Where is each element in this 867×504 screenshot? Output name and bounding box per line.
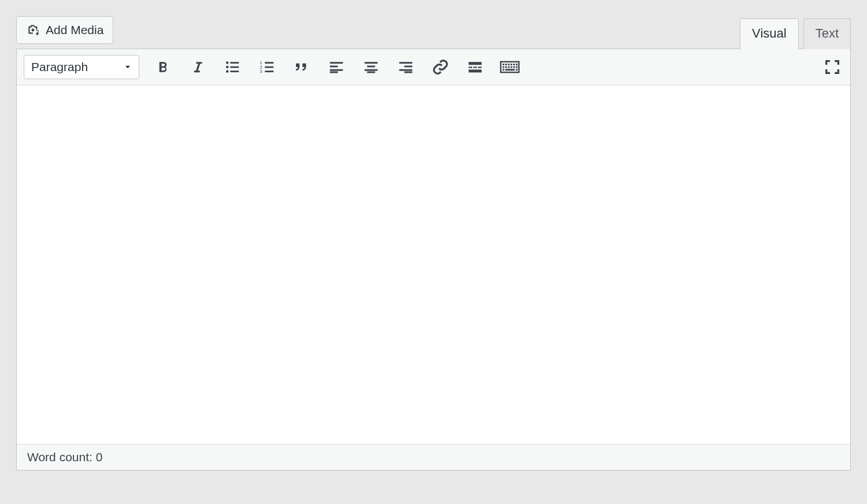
list-ul-icon: [224, 58, 241, 76]
editor-toolbar: Paragraph: [17, 49, 850, 86]
svg-rect-4: [230, 62, 239, 64]
bold-icon: [154, 58, 172, 76]
align-right-icon: [397, 58, 414, 76]
editor-tabs: Visual Text: [740, 18, 851, 49]
svg-rect-45: [516, 69, 517, 71]
editor-container: Add Media Visual Text Paragraph: [16, 16, 851, 470]
add-media-label: Add Media: [46, 23, 103, 37]
svg-text:3: 3: [260, 69, 262, 74]
svg-rect-11: [265, 66, 273, 68]
editor-topbar: Add Media Visual Text: [16, 16, 851, 49]
svg-rect-17: [365, 62, 378, 64]
number-list-button[interactable]: 1 2 3: [256, 56, 278, 78]
editor-content-area[interactable]: [17, 86, 850, 444]
svg-rect-16: [330, 72, 338, 73]
svg-rect-14: [330, 66, 338, 68]
keyboard-icon: [500, 58, 520, 76]
camera-music-icon: [26, 23, 41, 38]
svg-rect-41: [513, 66, 515, 68]
svg-rect-31: [503, 64, 505, 65]
insert-more-button[interactable]: [464, 56, 486, 78]
align-right-button[interactable]: [395, 56, 417, 78]
svg-rect-6: [230, 71, 239, 72]
word-count-label: Word count:: [27, 450, 96, 464]
svg-rect-18: [367, 66, 375, 68]
svg-rect-32: [505, 64, 507, 65]
tab-text[interactable]: Text: [803, 18, 851, 49]
svg-rect-42: [516, 66, 517, 68]
svg-rect-21: [399, 62, 413, 64]
svg-rect-36: [516, 64, 517, 65]
svg-rect-43: [503, 69, 505, 71]
svg-rect-39: [508, 66, 510, 68]
svg-rect-19: [365, 69, 378, 71]
svg-point-0: [32, 29, 35, 32]
svg-rect-12: [265, 71, 273, 72]
svg-point-1: [226, 61, 229, 64]
svg-rect-25: [469, 62, 482, 65]
bold-button[interactable]: [152, 56, 174, 78]
read-more-icon: [466, 58, 484, 76]
svg-rect-13: [330, 62, 343, 64]
svg-rect-29: [469, 69, 482, 72]
add-media-button[interactable]: Add Media: [16, 16, 113, 44]
toolbar-toggle-button[interactable]: [499, 56, 521, 78]
svg-rect-38: [505, 66, 507, 68]
svg-point-2: [226, 66, 229, 69]
svg-rect-34: [510, 64, 512, 65]
italic-button[interactable]: [187, 56, 209, 78]
list-ol-icon: 1 2 3: [258, 58, 276, 76]
svg-rect-5: [230, 66, 239, 68]
editor-box: Paragraph: [16, 49, 851, 470]
fullscreen-button[interactable]: [821, 56, 843, 78]
link-icon: [432, 58, 449, 76]
align-left-icon: [328, 58, 345, 76]
fullscreen-icon: [823, 58, 842, 76]
tab-visual-label: Visual: [752, 26, 787, 40]
align-center-icon: [362, 58, 380, 76]
quote-icon: [293, 58, 310, 76]
format-select-value: Paragraph: [31, 60, 88, 74]
svg-rect-24: [405, 72, 413, 73]
insert-link-button[interactable]: [429, 56, 451, 78]
tab-visual[interactable]: Visual: [740, 18, 799, 49]
svg-point-3: [226, 70, 229, 73]
bullet-list-button[interactable]: [221, 56, 243, 78]
svg-rect-26: [469, 66, 472, 68]
align-center-button[interactable]: [360, 56, 382, 78]
word-count-value: 0: [96, 450, 103, 464]
svg-rect-27: [473, 66, 477, 68]
italic-icon: [189, 58, 206, 76]
svg-rect-37: [503, 66, 505, 68]
svg-rect-35: [513, 64, 515, 65]
format-select[interactable]: Paragraph: [24, 55, 139, 79]
align-left-button[interactable]: [325, 56, 347, 78]
editor-statusbar: Word count: 0: [17, 444, 850, 470]
svg-rect-20: [367, 72, 375, 73]
svg-rect-23: [399, 69, 413, 71]
svg-rect-40: [510, 66, 512, 68]
svg-rect-15: [330, 69, 343, 71]
svg-rect-28: [478, 66, 481, 68]
svg-rect-44: [505, 69, 514, 71]
svg-rect-22: [405, 66, 413, 68]
chevron-down-icon: [124, 63, 132, 71]
tab-text-label: Text: [816, 26, 839, 40]
svg-rect-33: [508, 64, 510, 65]
blockquote-button[interactable]: [291, 56, 313, 78]
svg-rect-10: [265, 62, 273, 64]
